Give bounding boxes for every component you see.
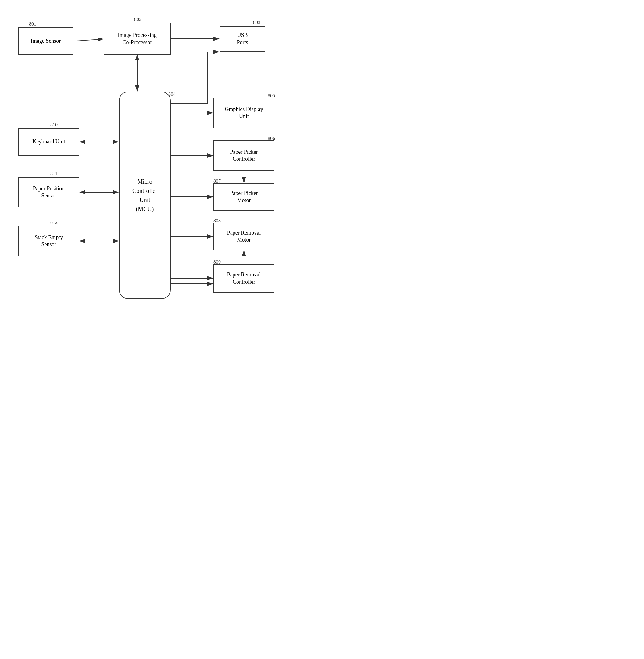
paper-removal-controller-label: Paper RemovalController [227, 271, 261, 286]
num-812: 812 [50, 220, 58, 225]
paper-picker-controller-label: Paper PickerController [230, 149, 258, 163]
image-processing-block: Image ProcessingCo-Processor [104, 23, 171, 55]
image-sensor-label: Image Sensor [31, 38, 61, 45]
num-802: 802 [134, 17, 141, 22]
image-sensor-block: Image Sensor [18, 27, 73, 55]
paper-picker-motor-block: Paper PickerMotor [213, 183, 274, 211]
paper-picker-motor-label: Paper PickerMotor [230, 190, 258, 204]
paper-position-sensor-block: Paper PositionSensor [18, 177, 79, 207]
num-801: 801 [29, 21, 36, 27]
num-807: 807 [213, 178, 221, 184]
diagram: Image Sensor 801 Image ProcessingCo-Proc… [0, 0, 322, 330]
num-806: 806 [268, 136, 275, 141]
paper-picker-controller-block: Paper PickerController [213, 140, 274, 171]
stack-empty-sensor-block: Stack EmptySensor [18, 226, 79, 256]
paper-removal-motor-block: Paper RemovalMotor [213, 223, 274, 250]
usb-ports-label: USBPorts [237, 32, 248, 46]
mcu-label: MicroControllerUnit(MCU) [132, 177, 157, 214]
num-811: 811 [50, 171, 57, 176]
keyboard-unit-block: Keyboard Unit [18, 128, 79, 156]
graphics-display-label: Graphics DisplayUnit [225, 106, 263, 120]
svg-line-2 [73, 39, 103, 41]
num-809: 809 [213, 259, 221, 265]
num-805: 805 [268, 93, 275, 98]
paper-removal-controller-block: Paper RemovalController [213, 264, 274, 293]
num-803: 803 [253, 20, 260, 25]
num-808: 808 [213, 218, 221, 224]
stack-empty-sensor-label: Stack EmptySensor [35, 234, 63, 248]
num-810: 810 [50, 122, 58, 128]
usb-ports-block: USBPorts [220, 26, 265, 52]
keyboard-unit-label: Keyboard Unit [32, 138, 65, 145]
mcu-block: MicroControllerUnit(MCU) [119, 91, 171, 299]
paper-removal-motor-label: Paper RemovalMotor [227, 229, 261, 244]
num-804: 804 [168, 91, 176, 97]
image-processing-label: Image ProcessingCo-Processor [118, 32, 156, 46]
paper-position-sensor-label: Paper PositionSensor [33, 185, 65, 200]
graphics-display-block: Graphics DisplayUnit [213, 97, 274, 128]
